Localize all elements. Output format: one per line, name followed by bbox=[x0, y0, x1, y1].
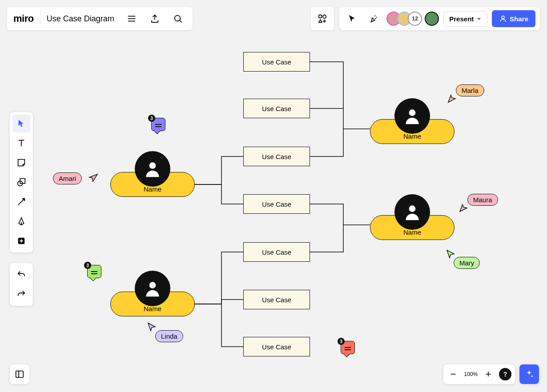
collaboration-panel: 12 Present Share bbox=[339, 7, 540, 30]
bottom-right-controls: − 100% + ? bbox=[443, 364, 539, 384]
undo-button[interactable] bbox=[12, 266, 30, 284]
svg-point-13 bbox=[502, 16, 504, 19]
divider bbox=[40, 12, 40, 25]
reactions-icon[interactable] bbox=[365, 10, 382, 27]
usecase-box[interactable]: Use Case bbox=[243, 242, 310, 262]
zoom-panel: − 100% + ? bbox=[443, 364, 515, 384]
comment-bubble[interactable]: 3 bbox=[341, 341, 355, 354]
cursor-pointer-icon bbox=[446, 249, 455, 259]
present-button[interactable]: Present bbox=[443, 11, 487, 27]
collaborator-cursor: Marla bbox=[456, 84, 484, 96]
redo-button[interactable] bbox=[12, 285, 30, 303]
svg-point-0 bbox=[149, 162, 156, 169]
pen-tool[interactable] bbox=[12, 212, 30, 230]
sticky-note-tool[interactable] bbox=[12, 154, 30, 172]
usecase-box[interactable]: Use Case bbox=[243, 290, 310, 309]
select-tool[interactable] bbox=[12, 115, 30, 132]
zoom-in-button[interactable]: + bbox=[482, 368, 495, 380]
svg-rect-9 bbox=[319, 15, 322, 18]
usecase-box[interactable]: Use Case bbox=[243, 147, 310, 166]
person-icon bbox=[394, 194, 430, 230]
cursor-pointer-icon bbox=[147, 322, 157, 332]
connection-tool[interactable] bbox=[12, 193, 30, 211]
shape-tool[interactable] bbox=[12, 173, 30, 191]
share-button[interactable]: Share bbox=[492, 10, 535, 27]
collaborator-cursor: Mary bbox=[454, 257, 480, 269]
person-icon bbox=[394, 98, 430, 134]
usecase-label: Use Case bbox=[262, 248, 291, 256]
usecase-box[interactable]: Use Case bbox=[243, 337, 310, 356]
comment-bubble[interactable]: 3 bbox=[151, 118, 165, 131]
zoom-out-button[interactable]: − bbox=[447, 368, 459, 380]
board-title[interactable]: Use Case Diagram bbox=[47, 14, 117, 24]
main-toolbar bbox=[10, 112, 33, 252]
actor-node[interactable]: Name bbox=[370, 119, 454, 144]
cursor-tool-icon[interactable] bbox=[344, 10, 361, 27]
comment-count-badge: 3 bbox=[148, 115, 155, 122]
cursor-pointer-icon bbox=[88, 172, 98, 182]
more-tools[interactable] bbox=[12, 232, 30, 250]
comment-count-badge: 3 bbox=[84, 262, 91, 269]
svg-point-3 bbox=[409, 205, 416, 212]
canvas[interactable]: Use Case Use Case Use Case Use Case Use … bbox=[0, 0, 547, 392]
comment-lines-icon bbox=[345, 347, 351, 348]
person-icon bbox=[135, 151, 170, 187]
cursor-pointer-icon bbox=[459, 204, 468, 213]
svg-line-8 bbox=[179, 20, 181, 23]
chevron-down-icon bbox=[476, 16, 482, 21]
comment-count-badge: 3 bbox=[338, 338, 345, 345]
export-button[interactable] bbox=[146, 10, 163, 27]
svg-point-10 bbox=[323, 15, 326, 18]
search-button[interactable] bbox=[169, 10, 186, 27]
menu-button[interactable] bbox=[123, 10, 140, 27]
header: miro Use Case Diagram bbox=[7, 7, 540, 30]
svg-point-7 bbox=[174, 16, 180, 21]
usecase-label: Use Case bbox=[262, 296, 291, 304]
help-button[interactable]: ? bbox=[499, 368, 511, 380]
ai-assist-button[interactable] bbox=[519, 364, 539, 384]
usecase-label: Use Case bbox=[262, 343, 291, 351]
person-add-icon bbox=[499, 15, 507, 23]
actor-node[interactable]: Name bbox=[110, 292, 195, 316]
miro-logo[interactable]: miro bbox=[13, 13, 34, 24]
usecase-label: Use Case bbox=[262, 58, 291, 66]
usecase-box[interactable]: Use Case bbox=[243, 99, 310, 118]
usecase-label: Use Case bbox=[262, 200, 291, 208]
usecase-label: Use Case bbox=[262, 105, 291, 112]
history-toolbar bbox=[10, 263, 33, 306]
actor-node[interactable]: Name bbox=[370, 215, 454, 240]
usecase-box[interactable]: Use Case bbox=[243, 194, 310, 214]
comment-lines-icon bbox=[91, 271, 97, 272]
frames-panel-button[interactable] bbox=[10, 364, 29, 384]
actor-node[interactable]: Name bbox=[110, 172, 195, 197]
svg-point-2 bbox=[409, 109, 416, 116]
comment-lines-icon bbox=[155, 124, 161, 125]
collaborator-cursor: Amari bbox=[53, 172, 82, 184]
avatar-overflow-count[interactable]: 12 bbox=[408, 12, 422, 26]
svg-point-1 bbox=[149, 282, 156, 288]
zoom-level[interactable]: 100% bbox=[464, 371, 478, 377]
collaborator-cursor: Maura bbox=[467, 194, 498, 206]
board-header-panel: miro Use Case Diagram bbox=[7, 7, 193, 30]
usecase-label: Use Case bbox=[262, 153, 291, 160]
text-tool[interactable] bbox=[12, 134, 30, 152]
svg-rect-23 bbox=[16, 371, 24, 378]
usecase-box[interactable]: Use Case bbox=[243, 52, 310, 72]
collaborator-cursor: Linda bbox=[155, 330, 183, 342]
cursor-pointer-icon bbox=[447, 94, 457, 104]
avatar[interactable] bbox=[425, 12, 439, 26]
comment-bubble[interactable]: 3 bbox=[87, 265, 101, 278]
person-icon bbox=[135, 271, 170, 306]
apps-button[interactable] bbox=[311, 7, 334, 30]
collaborator-avatars[interactable]: 12 bbox=[386, 12, 439, 26]
